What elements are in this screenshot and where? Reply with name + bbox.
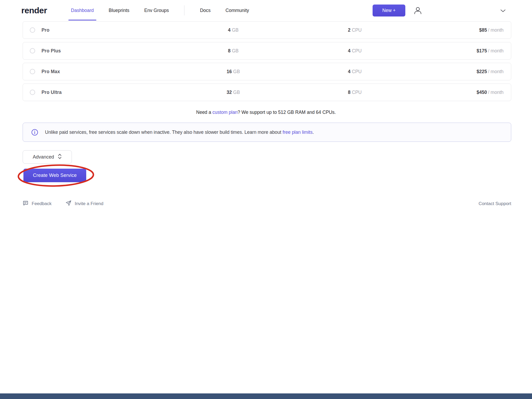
plan-cpu: 4CPU [348,48,362,54]
nav-env-groups[interactable]: Env Groups [144,0,169,21]
plan-list: Pro 4GB 2CPU $85/ month Pro Plus 8GB 4CP… [23,21,511,104]
feedback-icon [23,200,28,207]
free-plan-notice-banner: Unlike paid services, free services scal… [23,123,511,142]
plan-row-pro-plus[interactable]: Pro Plus 8GB 4CPU $175/ month [23,42,511,60]
custom-plan-text-after: ? We support up to 512 GB RAM and 64 CPU… [238,110,336,115]
advanced-label: Advanced [33,154,54,160]
custom-plan-line: Need a custom plan? We support up to 512… [0,110,532,115]
nav-divider [184,5,184,15]
plan-price: $175/ month [477,48,504,54]
info-icon [31,129,38,136]
plan-ram: 4GB [228,27,238,33]
contact-support-link[interactable]: Contact Support [479,201,511,206]
plan-price: $450/ month [477,90,504,95]
page: render Dashboard Blueprints Env Groups D… [0,0,532,399]
nav-dashboard[interactable]: Dashboard [71,0,94,21]
bottom-bar [0,393,532,399]
unfold-icon [58,153,62,161]
plan-radio[interactable] [30,48,35,53]
plan-row-pro-max[interactable]: Pro Max 16GB 4CPU $225/ month [23,63,511,80]
plan-name: Pro Plus [42,48,61,54]
custom-plan-text-before: Need a [196,110,212,115]
invite-a-friend-link[interactable]: Invite a Friend [65,200,104,207]
plan-cpu: 2CPU [348,27,362,33]
plan-cpu: 8CPU [348,90,362,95]
render-logo[interactable]: render [21,6,47,15]
free-plan-limits-link[interactable]: free plan limits [283,130,313,135]
plan-row-pro-ultra[interactable]: Pro Ultra 32GB 8CPU $450/ month [23,84,511,101]
create-web-service-button[interactable]: Create Web Service [23,169,86,182]
plan-radio[interactable] [30,69,35,74]
plan-cpu: 4CPU [348,69,362,74]
nav-blueprints[interactable]: Blueprints [108,0,130,21]
main-nav: Dashboard Blueprints Env Groups Docs Com… [71,0,250,21]
plan-name: Pro [42,27,50,33]
user-account-icon[interactable] [413,5,423,16]
nav-docs[interactable]: Docs [199,0,211,21]
plan-ram: 16GB [227,69,240,74]
plan-price: $85/ month [479,27,504,33]
plan-price: $225/ month [477,69,504,74]
advanced-toggle[interactable]: Advanced [23,150,72,164]
plan-name: Pro Max [42,69,60,74]
custom-plan-link[interactable]: custom plan [212,110,237,115]
plan-ram: 8GB [228,48,238,54]
plan-name: Pro Ultra [42,90,62,95]
new-button[interactable]: New + [373,5,405,16]
top-navbar: render Dashboard Blueprints Env Groups D… [0,0,532,21]
feedback-link[interactable]: Feedback [23,200,52,207]
invite-label: Invite a Friend [75,201,104,206]
feedback-label: Feedback [32,201,52,206]
chevron-down-icon[interactable] [499,7,507,14]
plan-row-pro[interactable]: Pro 4GB 2CPU $85/ month [23,21,511,39]
plan-ram: 32GB [227,90,240,95]
plan-radio[interactable] [30,27,35,33]
send-icon [65,200,72,207]
page-footer: Feedback Invite a Friend Contact Support [23,200,511,207]
nav-community[interactable]: Community [225,0,250,21]
notice-text: Unlike paid services, free services scal… [45,130,314,135]
plan-radio[interactable] [30,90,35,95]
